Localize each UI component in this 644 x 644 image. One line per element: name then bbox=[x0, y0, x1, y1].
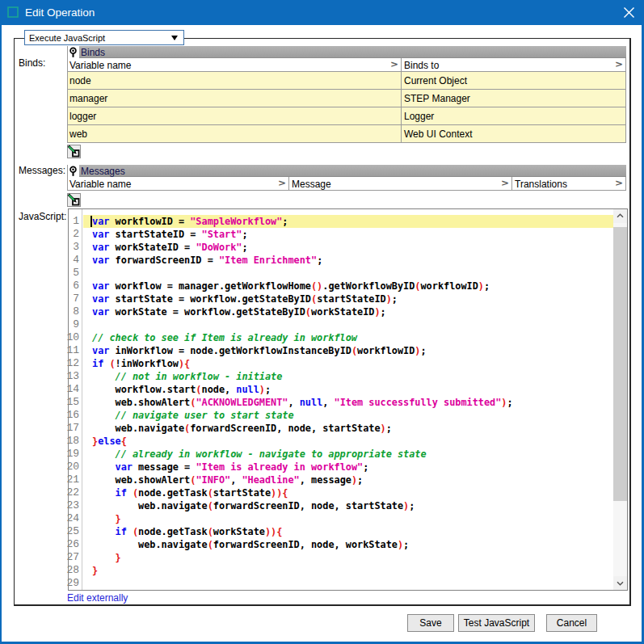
test-javascript-button[interactable]: Test JavaScript bbox=[458, 614, 535, 632]
scrollbar-up-button[interactable] bbox=[613, 209, 627, 223]
code-line[interactable]: web.navigate(forwardScreenID, node, star… bbox=[83, 499, 614, 512]
column-header[interactable]: Translations> bbox=[512, 177, 626, 190]
code-line[interactable]: web.showAlert("INFO", "Headline", messag… bbox=[83, 474, 614, 486]
close-button[interactable] bbox=[623, 6, 635, 19]
code-token-kw: var bbox=[92, 216, 109, 227]
table-cell[interactable]: web bbox=[67, 125, 402, 142]
line-number: 24 bbox=[55, 512, 79, 525]
code-line[interactable]: }else{ bbox=[83, 435, 614, 448]
code-token-pl: forwardScreenID, node, startState bbox=[213, 500, 403, 511]
code-line[interactable]: } bbox=[83, 564, 614, 577]
code-token-str: "SampleWorkflow" bbox=[190, 216, 282, 227]
code-token-pl: ; bbox=[403, 539, 409, 550]
table-row[interactable]: loggerLogger bbox=[67, 107, 626, 125]
code-line[interactable]: var inWorkflow = node.getWorkflowInstanc… bbox=[83, 344, 614, 357]
scrollbar-down-button[interactable] bbox=[613, 576, 627, 590]
save-button[interactable]: Save bbox=[407, 614, 454, 632]
code-token-pl: ; bbox=[392, 293, 398, 305]
code-line[interactable] bbox=[83, 577, 614, 590]
table-cell[interactable]: Logger bbox=[402, 107, 626, 124]
column-sort-chevron-icon[interactable]: > bbox=[615, 179, 623, 188]
code-line[interactable]: var message = "Item is already in workfl… bbox=[83, 461, 614, 474]
code-token-kw: var bbox=[92, 242, 109, 253]
code-line[interactable]: web.navigate(forwardScreenID, node, star… bbox=[83, 422, 614, 435]
cancel-button[interactable]: Cancel bbox=[546, 614, 597, 632]
code-token-sep: ) bbox=[374, 306, 380, 318]
edit-externally-link[interactable]: Edit externally bbox=[67, 592, 128, 604]
code-token-pl: ; bbox=[381, 306, 386, 318]
code-token-sep: } bbox=[116, 552, 121, 563]
column-sort-chevron-icon[interactable]: > bbox=[390, 60, 398, 69]
line-number: 18 bbox=[55, 435, 79, 448]
code-token-pl: workStateID bbox=[311, 306, 374, 318]
binds-edit-button[interactable] bbox=[67, 145, 81, 158]
code-token-pl: forwardScreenID = bbox=[109, 255, 218, 266]
window-icon bbox=[7, 6, 19, 18]
code-line[interactable]: // already in workflow - navigate to app… bbox=[83, 448, 614, 461]
code-line[interactable]: var workStateID = "DoWork"; bbox=[83, 241, 614, 254]
line-number: 22 bbox=[55, 486, 79, 499]
code-line[interactable]: } bbox=[83, 512, 614, 525]
table-cell[interactable]: manager bbox=[67, 90, 402, 107]
column-sort-chevron-icon[interactable]: > bbox=[615, 60, 623, 69]
line-number: 13 bbox=[55, 370, 79, 383]
code-line[interactable]: var workflowID = "SampleWorkflow"; bbox=[83, 215, 614, 228]
scrollbar-thumb[interactable] bbox=[613, 227, 627, 501]
table-row[interactable]: webWeb UI Context bbox=[67, 125, 626, 143]
code-line[interactable] bbox=[83, 318, 614, 331]
javascript-code-editor[interactable]: 1234567891011121314151617181920212223242… bbox=[68, 208, 628, 591]
code-line[interactable]: if (node.getTask(startState)){ bbox=[83, 486, 614, 499]
code-token-pl: startStateID = bbox=[109, 229, 201, 240]
code-line[interactable]: var forwardScreenID = "Item Enrichment"; bbox=[83, 254, 614, 267]
code-line[interactable] bbox=[83, 267, 614, 280]
code-line[interactable]: } bbox=[83, 551, 614, 564]
table-cell[interactable]: STEP Manager bbox=[402, 90, 626, 107]
table-cell[interactable]: logger bbox=[67, 107, 402, 124]
code-line[interactable]: web.navigate(forwardScreenID, node, work… bbox=[83, 538, 614, 551]
binds-table: BindsVariable name>Binds to>nodeCurrent … bbox=[67, 46, 626, 143]
code-token-com: // not in workflow - initiate bbox=[116, 371, 283, 382]
code-line[interactable]: var workflow = manager.getWorkflowHome()… bbox=[83, 280, 614, 293]
code-line[interactable]: if (node.getTask(workState)){ bbox=[83, 525, 614, 538]
column-header[interactable]: Variable name> bbox=[67, 58, 402, 71]
code-token-kw: var bbox=[92, 255, 109, 266]
code-line[interactable]: web.showAlert("ACKNOWLEDGMENT", null, "I… bbox=[83, 396, 614, 409]
code-line[interactable]: // navigate user to start state bbox=[83, 409, 614, 422]
code-line[interactable]: var workState = workflow.getStateByID(wo… bbox=[83, 305, 614, 318]
code-token-sep: } bbox=[116, 513, 121, 524]
table-row[interactable]: managerSTEP Manager bbox=[67, 90, 626, 107]
code-token-sep: ( bbox=[133, 487, 138, 499]
code-token-kw: var bbox=[92, 280, 109, 292]
operation-type-select[interactable]: Execute JavaScript bbox=[24, 30, 184, 45]
code-line[interactable]: var startStateID = "Start"; bbox=[83, 228, 614, 241]
table-cell[interactable]: Current Object bbox=[402, 72, 626, 89]
column-sort-chevron-icon[interactable]: > bbox=[278, 179, 286, 188]
code-token-kw: if bbox=[116, 487, 127, 499]
table-left-border bbox=[67, 46, 68, 143]
code-line[interactable]: workflow.start(node, null); bbox=[83, 383, 614, 396]
code-line[interactable]: if (!inWorkflow){ bbox=[83, 357, 614, 370]
code-line[interactable]: var startState = workflow.getStateByID(s… bbox=[83, 293, 614, 305]
code-line[interactable]: // not in workflow - initiate bbox=[83, 370, 614, 383]
column-header[interactable]: Message> bbox=[289, 177, 512, 190]
messages-edit-button[interactable] bbox=[67, 193, 81, 207]
code-token-pl: web.navigate bbox=[92, 539, 208, 550]
code-token-pl: ; bbox=[282, 216, 288, 227]
code-token-kw: else bbox=[98, 436, 121, 447]
column-sort-chevron-icon[interactable]: > bbox=[501, 179, 509, 188]
code-token-pl: workState bbox=[213, 526, 265, 537]
column-header[interactable]: Variable name> bbox=[67, 177, 289, 190]
table-cell[interactable]: node bbox=[67, 72, 402, 89]
column-header-label: Variable name bbox=[69, 179, 132, 190]
code-area[interactable]: var workflowID = "SampleWorkflow";var st… bbox=[83, 209, 614, 590]
code-token-kw: var bbox=[116, 461, 133, 473]
column-header[interactable]: Binds to> bbox=[402, 58, 626, 71]
code-line[interactable]: // check to see if Item is already in wo… bbox=[83, 331, 614, 344]
code-token-pl bbox=[92, 487, 116, 499]
table-cell[interactable]: Web UI Context bbox=[402, 125, 626, 142]
table-row[interactable]: nodeCurrent Object bbox=[67, 72, 626, 90]
code-token-kw: if bbox=[116, 526, 127, 537]
vertical-scrollbar[interactable] bbox=[613, 209, 627, 590]
binds-table-title: Binds bbox=[81, 47, 105, 58]
code-token-pl: ; bbox=[484, 280, 490, 292]
